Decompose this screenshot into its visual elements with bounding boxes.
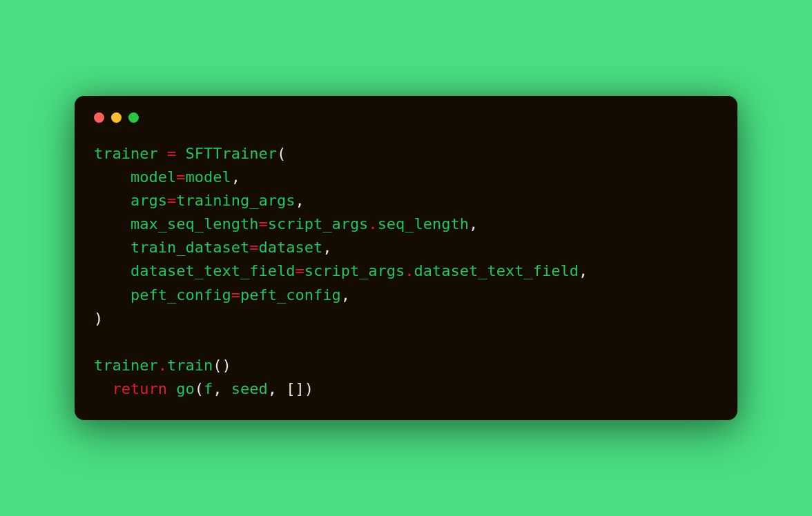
code-token: . [158, 357, 167, 374]
code-token: model [185, 168, 231, 186]
code-token: . [368, 215, 377, 232]
code-token [222, 380, 231, 397]
minimize-icon[interactable] [111, 112, 122, 123]
code-token: args [130, 192, 167, 209]
code-token: = [249, 239, 258, 256]
code-token: model [130, 168, 176, 186]
code-token: seq_length [378, 215, 469, 232]
code-token [94, 192, 130, 209]
code-token: go [176, 380, 195, 397]
code-token: seed [231, 380, 268, 397]
code-token: train_dataset [130, 239, 249, 256]
code-token: dataset_text_field [414, 262, 579, 279]
code-token [94, 215, 130, 232]
code-token: = [167, 145, 176, 162]
code-token: , [469, 215, 478, 232]
code-window: trainer = SFTTrainer( model=model, args=… [75, 96, 737, 420]
code-token: , [268, 380, 277, 397]
code-token [94, 286, 130, 304]
maximize-icon[interactable] [128, 112, 139, 123]
code-token: trainer [94, 357, 158, 374]
code-token: training_args [176, 192, 295, 209]
code-token [167, 380, 176, 397]
code-token: , [231, 168, 240, 186]
window-titlebar [94, 112, 718, 123]
code-token: = [231, 286, 240, 304]
code-token: trainer [94, 145, 158, 162]
code-token: SFTTrainer [185, 145, 276, 162]
code-token: ) [94, 310, 103, 327]
code-token [94, 239, 130, 256]
code-token: script_args [268, 215, 369, 232]
code-token: dataset_text_field [130, 262, 295, 279]
code-token: = [258, 215, 267, 232]
code-token [94, 168, 130, 186]
code-token: = [176, 168, 185, 186]
code-token: ( [277, 145, 286, 162]
code-block: trainer = SFTTrainer( model=model, args=… [94, 142, 718, 401]
code-token: train [167, 357, 213, 374]
code-token: max_seq_length [130, 215, 258, 232]
code-token [94, 380, 113, 397]
code-token: script_args [304, 262, 405, 279]
close-icon[interactable] [94, 112, 104, 123]
code-token: = [295, 262, 304, 279]
code-token: peft_config [240, 286, 341, 304]
code-token: = [167, 192, 176, 209]
code-token: , [341, 286, 350, 304]
code-token [158, 145, 167, 162]
code-token: ( [195, 380, 204, 397]
code-token: [] [286, 380, 304, 397]
code-token: () [213, 357, 231, 374]
code-token: ) [304, 380, 313, 397]
code-token: f [204, 380, 213, 397]
code-token: , [579, 262, 588, 279]
code-token: , [213, 380, 222, 397]
code-token: peft_config [130, 286, 231, 304]
code-token [94, 262, 130, 279]
code-token: , [295, 192, 304, 209]
code-token: . [405, 262, 414, 279]
code-token: dataset [258, 239, 322, 256]
code-token [176, 145, 185, 162]
code-token [277, 380, 286, 397]
code-token: return [113, 380, 167, 397]
code-token: , [322, 239, 331, 256]
